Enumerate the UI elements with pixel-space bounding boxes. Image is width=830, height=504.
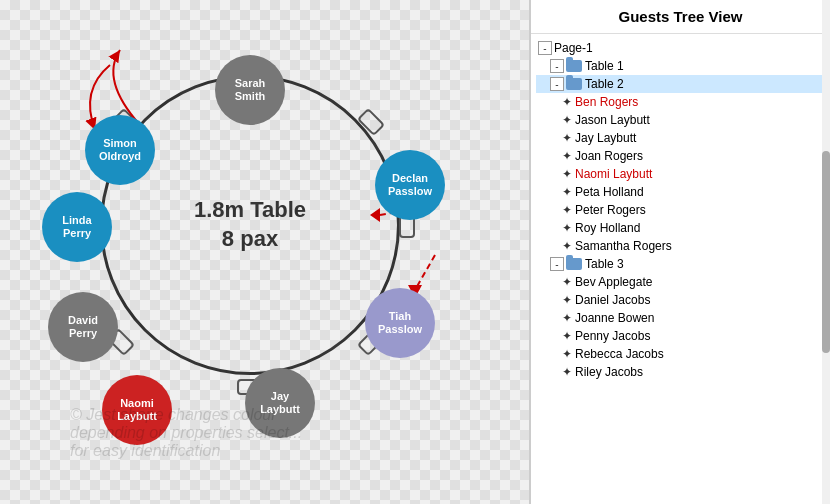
folder-table2-icon: [566, 78, 582, 90]
expand-table1[interactable]: -: [550, 59, 564, 73]
expand-table2[interactable]: -: [550, 77, 564, 91]
watermark: © Jest shape changes colourdepending on …: [70, 406, 302, 460]
jason-laybutt-label: Jason Laybutt: [575, 113, 650, 127]
person-icon-rebecca: ✦: [562, 347, 572, 361]
svg-line-10: [415, 255, 435, 290]
tree-table3[interactable]: - Table 3: [536, 255, 825, 273]
tree-naomi-laybutt[interactable]: ✦ Naomi Laybutt: [536, 165, 825, 183]
person-icon-jay: ✦: [562, 131, 572, 145]
tree-page1[interactable]: - Page-1: [536, 39, 825, 57]
expand-page1[interactable]: -: [538, 41, 552, 55]
tree-jay-laybutt[interactable]: ✦ Jay Laybutt: [536, 129, 825, 147]
person-simon-oldroyd[interactable]: SimonOldroyd: [85, 115, 155, 185]
tree-rebecca-jacobs[interactable]: ✦ Rebecca Jacobs: [536, 345, 825, 363]
person-icon-peta: ✦: [562, 185, 572, 199]
table3-label: Table 3: [585, 257, 624, 271]
person-icon-roy: ✦: [562, 221, 572, 235]
joan-rogers-label: Joan Rogers: [575, 149, 643, 163]
person-icon-samantha: ✦: [562, 239, 572, 253]
person-icon-naomi: ✦: [562, 167, 572, 181]
tree-samantha-rogers[interactable]: ✦ Samantha Rogers: [536, 237, 825, 255]
tree-peter-rogers[interactable]: ✦ Peter Rogers: [536, 201, 825, 219]
naomi-laybutt-label: Naomi Laybutt: [575, 167, 652, 181]
expand-table3[interactable]: -: [550, 257, 564, 271]
tree-jason-laybutt[interactable]: ✦ Jason Laybutt: [536, 111, 825, 129]
joanne-bowen-label: Joanne Bowen: [575, 311, 654, 325]
scrollbar[interactable]: [822, 0, 830, 504]
diagram-panel: 1.8m Table 8 pax: [0, 0, 530, 504]
person-declan-passlow[interactable]: DeclanPasslow: [375, 150, 445, 220]
person-icon-riley: ✦: [562, 365, 572, 379]
tree-content: - Page-1 - Table 1 - Table 2 ✦ Ben Roger…: [531, 34, 830, 386]
tree-table2[interactable]: - Table 2: [536, 75, 825, 93]
person-linda-perry[interactable]: LindaPerry: [42, 192, 112, 262]
person-icon-jason: ✦: [562, 113, 572, 127]
tree-riley-jacobs[interactable]: ✦ Riley Jacobs: [536, 363, 825, 381]
daniel-jacobs-label: Daniel Jacobs: [575, 293, 650, 307]
ben-rogers-label: Ben Rogers: [575, 95, 638, 109]
rebecca-jacobs-label: Rebecca Jacobs: [575, 347, 664, 361]
peta-holland-label: Peta Holland: [575, 185, 644, 199]
peter-rogers-label: Peter Rogers: [575, 203, 646, 217]
tree-header: Guests Tree View: [531, 0, 830, 34]
tree-joanne-bowen[interactable]: ✦ Joanne Bowen: [536, 309, 825, 327]
tree-bev-applegate[interactable]: ✦ Bev Applegate: [536, 273, 825, 291]
tree-table1[interactable]: - Table 1: [536, 57, 825, 75]
person-icon-daniel: ✦: [562, 293, 572, 307]
roy-holland-label: Roy Holland: [575, 221, 640, 235]
tree-peta-holland[interactable]: ✦ Peta Holland: [536, 183, 825, 201]
person-icon-bev: ✦: [562, 275, 572, 289]
person-icon-ben: ✦: [562, 95, 572, 109]
person-sarah-smith[interactable]: SarahSmith: [215, 55, 285, 125]
table1-label: Table 1: [585, 59, 624, 73]
table-diagram: 1.8m Table 8 pax: [20, 20, 510, 480]
table2-label: Table 2: [585, 77, 624, 91]
person-icon-penny: ✦: [562, 329, 572, 343]
person-icon-joan: ✦: [562, 149, 572, 163]
tree-ben-rogers[interactable]: ✦ Ben Rogers: [536, 93, 825, 111]
person-icon-joanne: ✦: [562, 311, 572, 325]
bev-applegate-label: Bev Applegate: [575, 275, 652, 289]
folder-table1-icon: [566, 60, 582, 72]
jay-laybutt-label: Jay Laybutt: [575, 131, 636, 145]
penny-jacobs-label: Penny Jacobs: [575, 329, 650, 343]
tree-daniel-jacobs[interactable]: ✦ Daniel Jacobs: [536, 291, 825, 309]
riley-jacobs-label: Riley Jacobs: [575, 365, 643, 379]
person-icon-peter: ✦: [562, 203, 572, 217]
samantha-rogers-label: Samantha Rogers: [575, 239, 672, 253]
folder-table3-icon: [566, 258, 582, 270]
tree-roy-holland[interactable]: ✦ Roy Holland: [536, 219, 825, 237]
scrollbar-thumb[interactable]: [822, 151, 830, 353]
tree-panel[interactable]: Guests Tree View - Page-1 - Table 1 - Ta…: [530, 0, 830, 504]
person-tiah-passlow[interactable]: TiahPasslow: [365, 288, 435, 358]
table-label: 1.8m Table 8 pax: [194, 196, 306, 253]
tree-penny-jacobs[interactable]: ✦ Penny Jacobs: [536, 327, 825, 345]
person-david-perry[interactable]: DavidPerry: [48, 292, 118, 362]
tree-joan-rogers[interactable]: ✦ Joan Rogers: [536, 147, 825, 165]
page1-label: Page-1: [554, 41, 593, 55]
